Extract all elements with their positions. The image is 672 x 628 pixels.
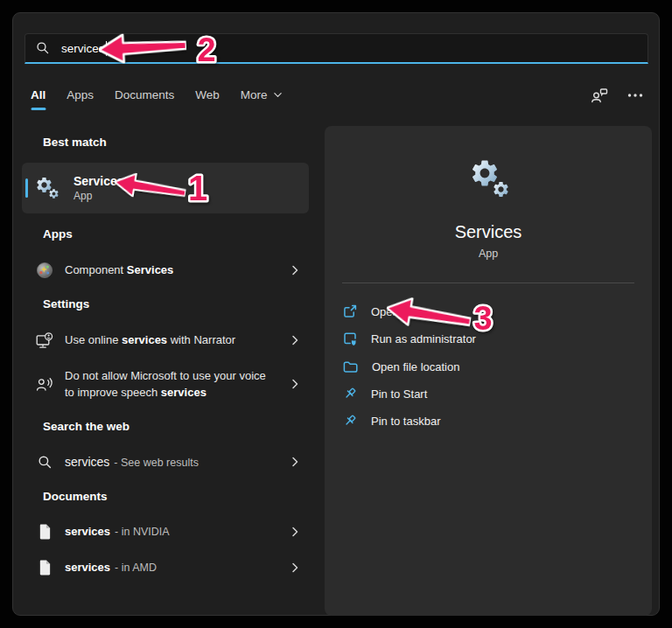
- result-label: Do not allow Microsoft to use your voice…: [65, 367, 273, 401]
- search-icon: [36, 41, 50, 55]
- search-value: services: [61, 42, 105, 55]
- tab-all[interactable]: All: [31, 85, 46, 112]
- chevron-right-icon: [290, 526, 300, 538]
- section-best-match: Best match: [43, 135, 107, 150]
- tab-more[interactable]: More: [241, 85, 283, 112]
- tab-label: Web: [195, 88, 220, 101]
- preview-pane: Services App Open Run as administrator: [325, 126, 652, 616]
- preview-app-type: App: [325, 248, 652, 260]
- result-label: services- in NVIDIA: [65, 523, 290, 541]
- action-label: Pin to taskbar: [371, 415, 441, 428]
- chevron-right-icon: [290, 562, 300, 574]
- tab-web[interactable]: Web: [195, 85, 220, 112]
- preview-app-title: Services: [325, 222, 652, 242]
- chevron-right-icon: [290, 456, 300, 468]
- section-settings: Settings: [43, 297, 89, 312]
- document-icon: [36, 523, 53, 541]
- section-search-web: Search the web: [43, 419, 130, 435]
- selection-indicator: [25, 178, 28, 198]
- result-web-search[interactable]: services- See web results: [22, 444, 311, 479]
- search-highlights-icon[interactable]: [591, 87, 610, 104]
- action-run-as-administrator[interactable]: Run as administrator: [342, 327, 634, 350]
- chevron-right-icon: [290, 378, 300, 390]
- divider: [342, 283, 634, 283]
- folder-icon: [342, 359, 359, 374]
- result-component-services[interactable]: Component Services: [22, 253, 311, 288]
- tab-label: All: [31, 88, 46, 101]
- search-flyout-window: services All Apps Documents Web More: [12, 12, 660, 616]
- action-label: Pin to Start: [371, 387, 427, 401]
- open-external-icon: [342, 304, 358, 319]
- section-apps: Apps: [43, 227, 73, 242]
- section-documents: Documents: [43, 489, 108, 505]
- pin-icon: [342, 386, 358, 401]
- text-caret: [106, 41, 107, 56]
- action-open-file-location[interactable]: Open file location: [342, 355, 634, 378]
- document-icon: [36, 559, 53, 576]
- search-icon: [36, 455, 53, 470]
- pin-icon: [342, 413, 358, 429]
- chevron-down-icon: [273, 90, 283, 100]
- action-pin-to-taskbar[interactable]: Pin to taskbar: [342, 409, 634, 432]
- best-match-item[interactable]: Services App: [22, 163, 309, 213]
- result-voice-setting[interactable]: Do not allow Microsoft to use your voice…: [22, 361, 311, 407]
- result-document-nvidia[interactable]: services- in NVIDIA: [22, 514, 311, 549]
- topbar-actions: [591, 87, 643, 104]
- admin-shield-icon: [342, 331, 358, 346]
- result-label: Component Services: [65, 262, 290, 279]
- tab-apps[interactable]: Apps: [66, 85, 94, 112]
- result-label: services- in AMD: [65, 559, 290, 576]
- action-label: Run as administrator: [371, 332, 476, 345]
- chevron-right-icon: [290, 264, 300, 276]
- tab-label: More: [241, 88, 268, 101]
- search-input[interactable]: services: [24, 33, 648, 64]
- narrator-icon: [36, 332, 53, 349]
- component-services-icon: [36, 262, 53, 279]
- services-gears-icon: [325, 157, 652, 201]
- action-label: Open file location: [372, 360, 459, 373]
- filter-tab-bar: All Apps Documents Web More: [31, 85, 283, 112]
- result-label: Use online services with Narrator: [65, 331, 290, 349]
- voice-icon: [36, 375, 53, 393]
- services-gears-icon: [34, 175, 62, 201]
- tab-documents[interactable]: Documents: [115, 85, 174, 112]
- ellipsis-icon[interactable]: [627, 93, 643, 98]
- best-match-title: Services: [74, 174, 124, 188]
- chevron-right-icon: [290, 334, 300, 346]
- result-label: services- See web results: [65, 453, 290, 471]
- action-label: Open: [371, 305, 399, 318]
- tab-label: Apps: [66, 88, 94, 101]
- tab-selected-indicator: [31, 108, 46, 110]
- result-document-amd[interactable]: services- in AMD: [22, 550, 311, 585]
- tab-label: Documents: [115, 88, 174, 101]
- result-narrator-setting[interactable]: Use online services with Narrator: [22, 323, 311, 358]
- action-open[interactable]: Open: [342, 300, 634, 323]
- best-match-subtitle: App: [74, 190, 124, 202]
- action-pin-to-start[interactable]: Pin to Start: [342, 382, 634, 405]
